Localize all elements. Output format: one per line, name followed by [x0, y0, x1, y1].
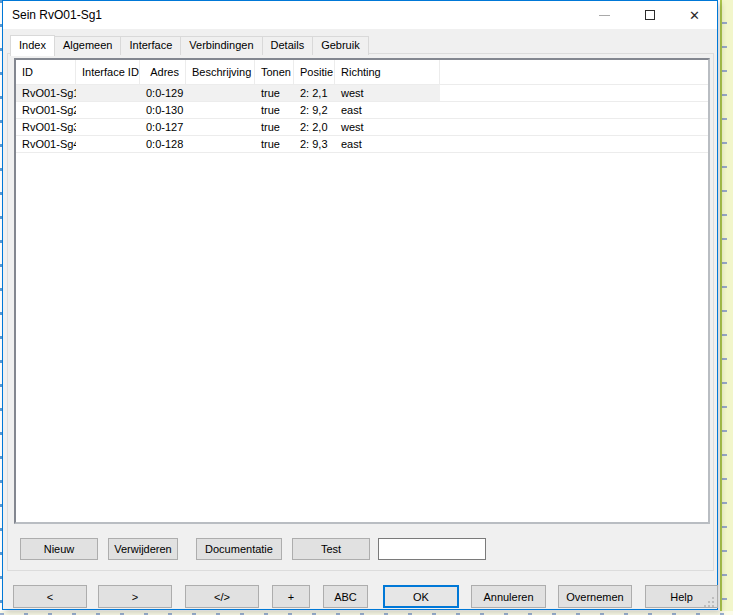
cell-id: RvO01-Sg2 — [16, 104, 76, 116]
cell-adres: 0:0-129 — [140, 87, 186, 99]
column-header-positie[interactable]: Positie — [294, 60, 335, 85]
table-row[interactable]: RvO01-Sg10:0-129true2: 2,1west — [16, 85, 708, 102]
documentatie-button[interactable]: Documentatie — [196, 538, 282, 560]
tab-algemeen[interactable]: Algemeen — [54, 36, 122, 55]
table-row[interactable]: RvO01-Sg40:0-128true2: 9,3east — [16, 136, 708, 153]
nieuw-button[interactable]: Nieuw — [20, 538, 98, 560]
column-header-interface-id[interactable]: Interface ID — [76, 60, 140, 85]
cell-id: RvO01-Sg3 — [16, 121, 76, 133]
cell-richting: east — [335, 138, 440, 150]
cell-tonen: true — [255, 121, 294, 133]
cell-adres: 0:0-130 — [140, 104, 186, 116]
tab-gebruik[interactable]: Gebruik — [312, 36, 369, 55]
cell-id: RvO01-Sg1 — [16, 87, 76, 99]
cell-adres: 0:0-127 — [140, 121, 186, 133]
table-header-row: IDInterface IDAdresBeschrijvingTonenPosi… — [16, 60, 708, 85]
toolbar: NieuwVerwijderenDocumentatieTest — [20, 538, 486, 560]
cell-tonen: true — [255, 138, 294, 150]
column-header-beschrijving[interactable]: Beschrijving — [186, 60, 255, 85]
column-header-adres[interactable]: Adres — [140, 60, 186, 85]
test-value-input[interactable] — [378, 538, 486, 560]
maximize-icon — [645, 10, 655, 20]
verwijderen-button[interactable]: Verwijderen — [108, 538, 178, 560]
cell-adres: 0:0-128 — [140, 138, 186, 150]
background-ruler-ticks — [722, 0, 727, 615]
tab-interface[interactable]: Interface — [120, 36, 181, 55]
cell-richting: east — [335, 104, 440, 116]
tab-index[interactable]: Index — [10, 35, 55, 56]
ok-button[interactable]: OK — [383, 585, 459, 608]
test-button[interactable]: Test — [292, 538, 370, 560]
code-button[interactable]: </> — [185, 585, 259, 608]
dialog-window: Sein RvO01-Sg1 ✕ IndexAlgemeenInterfaceV… — [2, 0, 718, 610]
cell-positie: 2: 2,0 — [294, 121, 335, 133]
next-button[interactable]: > — [98, 585, 172, 608]
title-bar: Sein RvO01-Sg1 ✕ — [3, 1, 717, 29]
footer-button-row: <></>+ABCOKAnnulerenOvernemenHelp — [13, 585, 718, 608]
background-right-strip — [720, 0, 733, 615]
table-body: RvO01-Sg10:0-129true2: 2,1westRvO01-Sg20… — [16, 85, 708, 153]
tab-details[interactable]: Details — [262, 36, 314, 55]
overnemen-button[interactable]: Overnemen — [558, 585, 632, 608]
column-header-filler — [440, 60, 708, 85]
close-icon: ✕ — [689, 9, 700, 22]
signals-table: IDInterface IDAdresBeschrijvingTonenPosi… — [14, 58, 710, 524]
cell-tonen: true — [255, 87, 294, 99]
minimize-icon — [599, 15, 610, 16]
tab-verbindingen[interactable]: Verbindingen — [180, 36, 262, 55]
minimize-button[interactable] — [582, 1, 627, 29]
plus-button[interactable]: + — [272, 585, 310, 608]
abc-button[interactable]: ABC — [323, 585, 368, 608]
cell-tonen: true — [255, 104, 294, 116]
window-controls: ✕ — [582, 1, 717, 29]
cell-id: RvO01-Sg4 — [16, 138, 76, 150]
table-row[interactable]: RvO01-Sg20:0-130true2: 9,2east — [16, 102, 708, 119]
background-bottom-strip — [0, 611, 733, 615]
cell-positie: 2: 9,2 — [294, 104, 335, 116]
previous-button[interactable]: < — [13, 585, 87, 608]
window-title: Sein RvO01-Sg1 — [3, 8, 582, 22]
cell-richting: west — [335, 87, 440, 99]
cell-positie: 2: 2,1 — [294, 87, 335, 99]
tab-strip: IndexAlgemeenInterfaceVerbindingenDetail… — [10, 34, 368, 55]
resize-grip[interactable] — [702, 595, 714, 607]
maximize-button[interactable] — [627, 1, 672, 29]
close-button[interactable]: ✕ — [672, 1, 717, 29]
cell-positie: 2: 9,3 — [294, 138, 335, 150]
table-row[interactable]: RvO01-Sg30:0-127true2: 2,0west — [16, 119, 708, 136]
tab-page-index: IDInterface IDAdresBeschrijvingTonenPosi… — [7, 53, 714, 571]
column-header-id[interactable]: ID — [16, 60, 76, 85]
column-header-richting[interactable]: Richting — [335, 60, 440, 85]
column-header-tonen[interactable]: Tonen — [255, 60, 294, 85]
cell-richting: west — [335, 121, 440, 133]
annuleren-button[interactable]: Annuleren — [471, 585, 546, 608]
